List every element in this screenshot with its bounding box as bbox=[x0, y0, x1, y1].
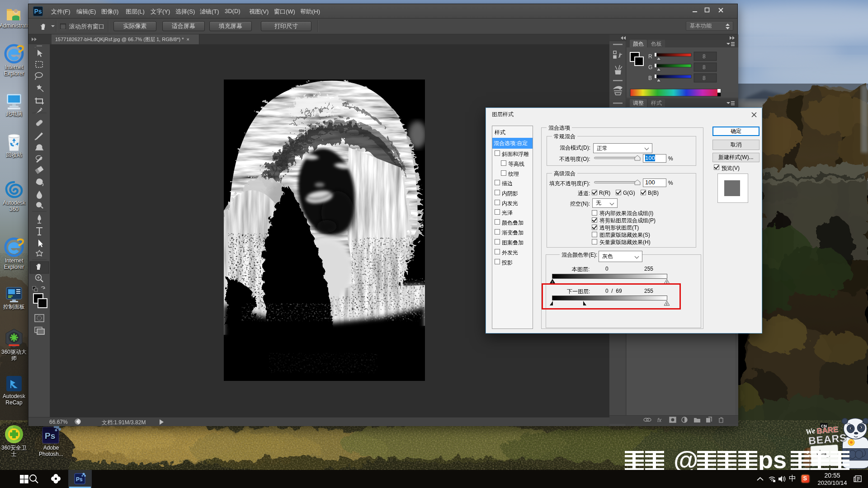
svg-text:8: 8 bbox=[703, 53, 706, 60]
svg-text:R: R bbox=[648, 53, 652, 60]
svg-text:Ps: Ps bbox=[45, 431, 55, 441]
svg-text:G: G bbox=[648, 64, 652, 70]
svg-text:fx: fx bbox=[657, 417, 662, 423]
svg-text:8: 8 bbox=[703, 64, 706, 70]
svg-text:Ps: Ps bbox=[76, 476, 83, 483]
svg-text:B: B bbox=[648, 75, 652, 81]
svg-text:8: 8 bbox=[703, 75, 706, 81]
